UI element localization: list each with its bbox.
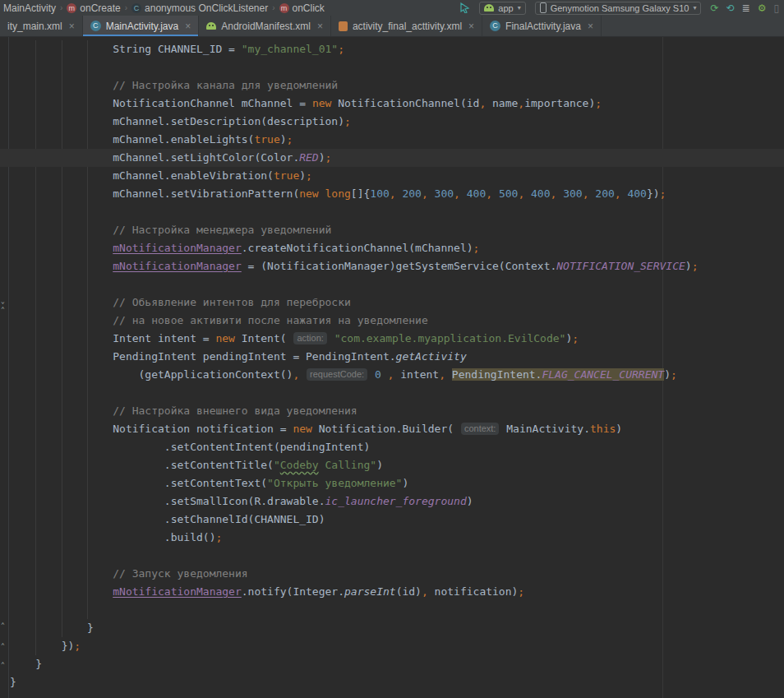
code-token: mNotificationManager [113, 260, 242, 272]
editor-gutter[interactable]: ⌄ ⌃ ⌃ ⌃ ⌃ [0, 37, 9, 698]
run-configuration-combo[interactable]: app ▾ [479, 2, 525, 15]
code-line[interactable]: // Запуск уведомления [10, 565, 784, 583]
device-selector-combo[interactable]: Genymotion Samsung Galaxy S10 ▾ [535, 2, 702, 15]
code-token: 100 [370, 187, 389, 200]
breadcrumb-label: MainActivity [3, 2, 56, 14]
code-line[interactable]: String CHANNEL_ID = "my_channel_01"; [10, 40, 784, 58]
code-token: , [439, 368, 445, 381]
fold-marker-icon[interactable]: ⌃ [1, 643, 5, 649]
tab-close-icon[interactable]: × [588, 21, 593, 32]
breadcrumb-label: anonymous OnClickListener [145, 2, 268, 14]
code-line[interactable] [10, 601, 784, 619]
code-token: new [299, 187, 318, 200]
tab-close-icon[interactable]: × [468, 21, 474, 32]
breadcrumb-item-onclick[interactable]: monClick [278, 2, 326, 14]
code-line[interactable]: NotificationChannel mChannel = new Notif… [10, 95, 784, 113]
indent [10, 567, 113, 580]
code-line[interactable] [10, 203, 784, 221]
code-token: PendingIntent. [452, 368, 542, 381]
fold-marker-icon[interactable]: ⌃ [1, 662, 5, 668]
code-line[interactable]: mChannel.setLightColor(Color.RED); [0, 149, 784, 167]
code-line[interactable] [10, 275, 784, 294]
code-line[interactable] [10, 384, 784, 402]
profiler-icon[interactable]: ⟲ [726, 3, 735, 13]
android-icon [484, 4, 494, 12]
code-line[interactable]: mChannel.enableLights(true); [10, 131, 784, 149]
tab-label: FinalActtivity.java [505, 21, 581, 32]
code-line[interactable]: .setContentText("Открыть уведомление") [10, 474, 784, 492]
code-line[interactable]: Intent intent = new Intent( action: "com… [10, 330, 784, 348]
code-line[interactable]: // Настройка канала для уведомлений [10, 76, 784, 95]
code-token [381, 368, 388, 381]
code-token: = (NotificationManager)getSystemService(… [242, 260, 557, 272]
code-line[interactable] [10, 58, 784, 76]
code-line[interactable]: // Настройка внешнего вида уведомления [10, 402, 784, 420]
code-token: Calling" [319, 459, 376, 471]
code-editor[interactable]: ⌄ ⌃ ⌃ ⌃ ⌃ String CHANNEL_ID = "my_channe… [0, 37, 784, 698]
code-line[interactable]: mChannel.enableVibration(true); [10, 167, 784, 185]
code-line[interactable]: .setContentTitle("Codeby Calling") [10, 456, 784, 474]
device-label: Genymotion Samsung Galaxy S10 [551, 3, 689, 13]
code-line[interactable]: mChannel.setVibrationPattern(new long[]{… [10, 185, 784, 203]
code-line[interactable] [10, 547, 784, 565]
tab-close-icon[interactable]: × [185, 21, 191, 32]
logcat-icon[interactable]: ≣ [742, 3, 750, 13]
code-token: long [325, 187, 351, 200]
indent [10, 495, 164, 507]
breadcrumb-item-oncreate[interactable]: monCreate [65, 2, 122, 14]
code-token: .createNotificationChannel(mChannel) [242, 242, 473, 254]
code-line[interactable]: .setChannelId(CHANNEL_ID) [10, 511, 784, 529]
sdk-manager-icon[interactable]: ⚙ [758, 3, 767, 13]
device-manager-icon[interactable]: ▯ [773, 3, 779, 13]
code-token: ) [664, 368, 671, 381]
indent [10, 43, 113, 55]
indent [10, 531, 164, 543]
tab-activity-final-acttivity-xml[interactable]: activity_final_acttivity.xml× [331, 16, 482, 36]
code-token: , [422, 585, 428, 598]
code-token: .build() [164, 531, 216, 543]
code-line[interactable]: // Обьявление интентов для переброски [10, 294, 784, 312]
fold-marker-icon[interactable]: ⌃ [1, 307, 5, 313]
indent [10, 187, 113, 200]
code-line[interactable]: mChannel.setDescription(description); [10, 113, 784, 131]
indent [10, 477, 164, 489]
code-line[interactable]: mNotificationManager = (NotificationMana… [10, 257, 784, 275]
code-token: mChannel.setVibrationPattern( [113, 187, 299, 200]
code-line[interactable]: } [10, 673, 784, 691]
code-line[interactable]: }); [10, 637, 784, 655]
code-line[interactable]: // на новое активити после нажатия на ув… [10, 312, 784, 330]
tab-androidmanifest-xml[interactable]: AndroidManifest.xml× [199, 16, 331, 36]
code-line[interactable]: PendingIntent pendingIntent = PendingInt… [10, 348, 784, 366]
tab-mainactivity-java[interactable]: CMainActivity.java× [83, 16, 200, 36]
gradle-sync-icon[interactable]: ⟳ [710, 3, 718, 13]
class-icon: C [490, 21, 500, 31]
breadcrumb-item-anonymous-onclicklistener[interactable]: Canonymous OnClickListener [130, 2, 270, 14]
code-line[interactable]: .setContentIntent(pendingIntent) [10, 438, 784, 456]
code-line[interactable]: } [10, 619, 784, 637]
code-line[interactable]: mNotificationManager.notify(Integer.pars… [10, 583, 784, 601]
tab-ity-main-xml[interactable]: ity_main.xml× [0, 16, 83, 36]
code-area[interactable]: String CHANNEL_ID = "my_channel_01"; // … [10, 40, 784, 691]
code-line[interactable]: mNotificationManager.createNotificationC… [10, 239, 784, 257]
code-line[interactable]: .build(); [10, 529, 784, 547]
cursor-icon[interactable] [459, 2, 470, 13]
fold-marker-icon[interactable]: ⌄ [1, 298, 5, 305]
run-toolbar: app ▾ Genymotion Samsung Galaxy S10 ▾ ⟳⟲… [459, 2, 779, 15]
tab-close-icon[interactable]: × [317, 21, 323, 32]
code-line[interactable]: Notification notification = new Notifica… [10, 420, 784, 438]
fold-marker-icon[interactable]: ⌃ [1, 622, 5, 629]
tab-close-icon[interactable]: × [69, 21, 75, 32]
breadcrumb-separator: › [125, 3, 127, 12]
code-line[interactable]: (getApplicationContext(), requestCode: 0… [10, 366, 784, 384]
code-token: , [551, 187, 564, 200]
indent [10, 296, 113, 308]
breadcrumb-item-mainactivity[interactable]: MainActivity [2, 2, 58, 14]
code-line[interactable]: // Настройка менеджера уведомлений [10, 221, 784, 239]
code-token: ; [473, 242, 480, 254]
indent [10, 242, 113, 254]
code-token: ) [319, 151, 325, 164]
tab-finalacttivity-java[interactable]: CFinalActtivity.java× [482, 16, 602, 36]
code-line[interactable]: } [10, 655, 784, 673]
code-token: 400 [627, 187, 646, 200]
code-line[interactable]: .setSmallIcon(R.drawable.ic_launcher_for… [10, 492, 784, 511]
